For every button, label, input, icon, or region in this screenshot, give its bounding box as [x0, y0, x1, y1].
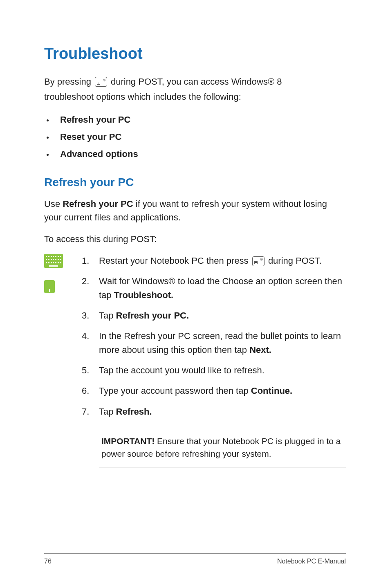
step-item: 4. In the Refresh your PC screen, read t… [82, 329, 346, 357]
step-number: 6. [82, 384, 99, 398]
step-item: 2. Wait for Windows® to load the Choose … [82, 274, 346, 302]
step-text: Restart your Notebook PC then press f9 d… [99, 254, 346, 268]
step-item: 1. Restart your Notebook PC then press f… [82, 254, 346, 268]
access-line: To access this during POST: [44, 232, 346, 246]
section-paragraph: Use Refresh your PC if you want to refre… [44, 197, 346, 224]
page-title: Troubleshoot [44, 45, 346, 63]
bullet-dot-icon [47, 154, 49, 156]
bullet-label: Advanced options [60, 149, 138, 159]
bullet-label: Reset your PC [60, 132, 121, 142]
step-text: Tap the account you would like to refres… [99, 364, 346, 377]
page-number: 76 [44, 558, 52, 565]
important-note: IMPORTANT! Ensure that your Notebook PC … [99, 428, 346, 467]
bullet-item: Advanced options [44, 149, 346, 159]
options-list: Refresh your PC Reset your PC Advanced o… [44, 114, 346, 159]
bullet-dot-icon [47, 137, 49, 139]
bullet-dot-icon [47, 119, 49, 121]
intro-before-key: By pressing [44, 74, 91, 89]
step-item: 5. Tap the account you would like to ref… [82, 364, 346, 377]
intro-paragraph: By pressing f9 during POST, you can acce… [44, 74, 346, 105]
step-text: Tap Refresh your PC. [99, 309, 346, 323]
step-text: Tap Refresh. [99, 405, 346, 419]
step-number: 2. [82, 274, 99, 288]
step-item: 7. Tap Refresh. [82, 405, 346, 419]
bullet-item: Refresh your PC [44, 114, 346, 125]
f9-key-icon: f9 [252, 256, 264, 266]
step-item: 6. Type your account password then tap C… [82, 384, 346, 398]
bullet-label: Refresh your PC [60, 114, 130, 125]
trackpad-icon [44, 280, 55, 293]
section-heading: Refresh your PC [44, 176, 346, 189]
footer-book-title: Notebook PC E-Manual [277, 558, 346, 565]
f9-key-icon: f9 [95, 77, 107, 87]
step-text: In the Refresh your PC screen, read the … [99, 329, 346, 357]
keyboard-icon [44, 254, 63, 268]
intro-line2: troubleshoot options which includes the … [44, 89, 346, 104]
step-number: 7. [82, 405, 99, 419]
step-number: 5. [82, 364, 99, 377]
step-text: Wait for Windows® to load the Choose an … [99, 274, 346, 302]
step-number: 3. [82, 309, 99, 323]
step-text: Type your account password then tap Cont… [99, 384, 346, 398]
intro-after-key: during POST, you can access Windows® 8 [111, 74, 282, 89]
page-footer: 76 Notebook PC E-Manual [44, 553, 346, 565]
step-item: 3. Tap Refresh your PC. [82, 309, 346, 323]
step-number: 4. [82, 329, 99, 343]
bullet-item: Reset your PC [44, 132, 346, 142]
step-number: 1. [82, 254, 99, 268]
